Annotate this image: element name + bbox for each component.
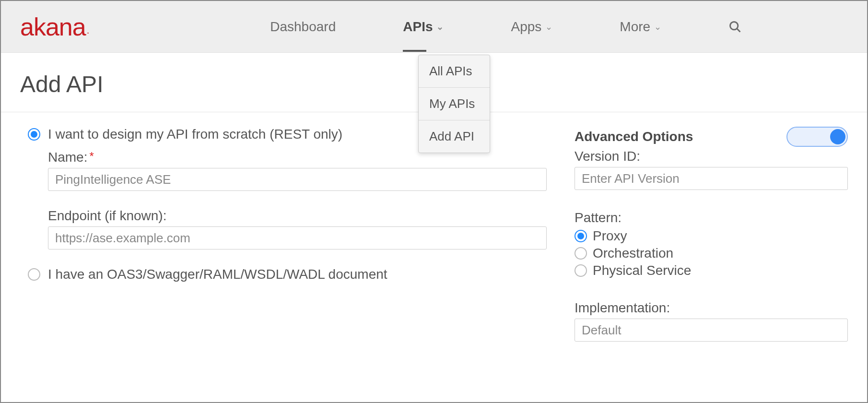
nav-more[interactable]: More ⌄ <box>620 19 661 35</box>
nav-more-label: More <box>620 19 650 35</box>
top-nav: akana. Dashboard APIs ⌄ Apps ⌄ More ⌄ <box>1 1 867 53</box>
svg-line-1 <box>737 28 740 32</box>
advanced-options-header: Advanced Options <box>575 127 848 147</box>
nav-dashboard-label: Dashboard <box>270 19 336 35</box>
brand-text: akana <box>20 13 86 41</box>
pattern-label: Pattern: <box>575 210 848 225</box>
nav-dashboard[interactable]: Dashboard <box>270 19 336 35</box>
required-asterisk: * <box>89 150 94 165</box>
radio-unselected-icon <box>575 264 587 277</box>
nav-apps[interactable]: Apps ⌄ <box>511 19 552 35</box>
endpoint-label: Endpoint (if known): <box>48 208 560 224</box>
nav-items: Dashboard APIs ⌄ Apps ⌄ More ⌄ <box>270 19 742 35</box>
dropdown-my-apis[interactable]: My APIs <box>419 88 490 120</box>
search-icon <box>728 20 742 34</box>
brand-dot: . <box>87 25 89 36</box>
dropdown-all-apis[interactable]: All APIs <box>419 55 490 88</box>
pattern-orchestration-option[interactable]: Orchestration <box>575 246 848 261</box>
pattern-orchestration-label: Orchestration <box>593 246 673 261</box>
chevron-down-icon: ⌄ <box>654 22 661 32</box>
chevron-down-icon: ⌄ <box>436 22 444 32</box>
endpoint-input[interactable] <box>48 226 547 249</box>
chevron-down-icon: ⌄ <box>545 22 552 32</box>
implementation-value: Default <box>582 323 621 338</box>
radio-unselected-icon <box>28 268 40 281</box>
radio-selected-icon <box>575 230 587 242</box>
pattern-proxy-label: Proxy <box>593 228 627 244</box>
apis-dropdown: All APIs My APIs Add API <box>418 55 490 153</box>
have-document-label: I have an OAS3/Swagger/RAML/WSDL/WADL do… <box>48 267 387 282</box>
search-button[interactable] <box>728 20 742 34</box>
pattern-physical-option[interactable]: Physical Service <box>575 263 848 278</box>
left-column: I want to design my API from scratch (RE… <box>28 127 560 342</box>
implementation-label: Implementation: <box>575 300 848 316</box>
version-id-input[interactable] <box>575 167 848 190</box>
have-document-option[interactable]: I have an OAS3/Swagger/RAML/WSDL/WADL do… <box>28 267 560 282</box>
radio-unselected-icon <box>575 247 587 260</box>
implementation-select[interactable]: Default <box>575 319 848 342</box>
name-label-text: Name: <box>48 150 87 165</box>
endpoint-field: Endpoint (if known): <box>48 208 560 249</box>
version-id-label: Version ID: <box>575 149 848 164</box>
advanced-options-toggle[interactable] <box>786 127 848 147</box>
toggle-knob <box>830 129 845 144</box>
nav-apis-label: APIs <box>403 19 433 35</box>
brand-logo: akana. <box>20 12 88 41</box>
nav-apis[interactable]: APIs ⌄ <box>403 19 444 35</box>
design-from-scratch-label: I want to design my API from scratch (RE… <box>48 127 342 142</box>
right-column: Advanced Options Version ID: Pattern: Pr… <box>560 127 848 342</box>
name-input[interactable] <box>48 168 547 191</box>
radio-selected-icon <box>28 128 40 141</box>
svg-point-0 <box>730 22 738 29</box>
advanced-options-title: Advanced Options <box>575 129 693 144</box>
dropdown-add-api[interactable]: Add API <box>419 120 490 153</box>
pattern-proxy-option[interactable]: Proxy <box>575 228 848 244</box>
nav-apps-label: Apps <box>511 19 541 35</box>
pattern-physical-label: Physical Service <box>593 263 691 278</box>
name-field: Name: * <box>48 150 560 191</box>
